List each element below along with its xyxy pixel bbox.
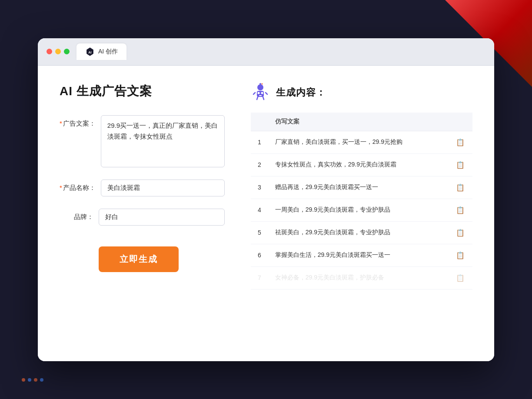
svg-point-5 <box>261 92 263 94</box>
result-header: 生成内容： <box>251 83 472 102</box>
ad-copy-required: * <box>60 120 62 127</box>
table-header-copy: 仿写文案 <box>268 113 448 131</box>
svg-line-11 <box>257 97 258 100</box>
row-number: 7 <box>251 266 268 289</box>
ad-copy-group: *广告文案： <box>60 115 225 167</box>
svg-line-9 <box>253 93 255 94</box>
brand-label: 品牌： <box>60 209 99 221</box>
minimize-button[interactable] <box>55 49 61 54</box>
row-text: 专抹女性斑点，真实功效，29.9元美白淡斑霜 <box>268 153 448 176</box>
table-header-row: 仿写文案 <box>251 113 472 131</box>
generate-button[interactable]: 立即生成 <box>99 246 179 272</box>
copy-button[interactable]: 📋 <box>455 250 466 260</box>
right-panel: 生成内容： 仿写文案 1厂家直销，美白淡斑霜，买一送一，29.9元抢购📋2专抹女… <box>251 83 472 339</box>
copy-button[interactable]: 📋 <box>455 183 466 193</box>
table-header-action <box>448 113 472 131</box>
tab-label: AI 创作 <box>98 48 118 56</box>
ai-tab-icon: AI <box>85 47 95 57</box>
left-panel: AI 生成广告文案 *广告文案： *产品名称： 品牌： 立 <box>60 83 225 339</box>
copy-cell: 📋 <box>448 131 472 153</box>
table-row: 1厂家直销，美白淡斑霜，买一送一，29.9元抢购📋 <box>251 131 472 153</box>
copy-cell: 📋 <box>448 199 472 221</box>
product-name-input[interactable] <box>101 180 225 196</box>
copy-cell: 📋 <box>448 153 472 176</box>
row-number: 5 <box>251 221 268 244</box>
table-header-num <box>251 113 268 131</box>
product-name-label: *产品名称： <box>60 180 101 192</box>
bg-dot-4 <box>40 378 43 382</box>
row-number: 3 <box>251 176 268 199</box>
row-text: 祛斑美白，29.9元美白淡斑霜，专业护肤品 <box>268 221 448 244</box>
svg-rect-6 <box>259 95 262 96</box>
copy-button[interactable]: 📋 <box>455 228 466 238</box>
table-row: 2专抹女性斑点，真实功效，29.9元美白淡斑霜📋 <box>251 153 472 176</box>
brand-input[interactable] <box>99 209 225 226</box>
table-row: 6掌握美白生活，29.9元美白淡斑霜买一送一📋 <box>251 244 472 266</box>
result-title: 生成内容： <box>276 86 326 99</box>
copy-button[interactable]: 📋 <box>455 137 466 147</box>
copy-cell: 📋 <box>448 176 472 199</box>
table-row: 5祛斑美白，29.9元美白淡斑霜，专业护肤品📋 <box>251 221 472 244</box>
row-text: 掌握美白生活，29.9元美白淡斑霜买一送一 <box>268 244 448 266</box>
browser-window: AI AI 创作 AI 生成广告文案 *广告文案： *产品名称： <box>38 38 494 361</box>
svg-point-8 <box>259 83 261 85</box>
row-number: 4 <box>251 199 268 221</box>
row-number: 1 <box>251 131 268 153</box>
row-text: 厂家直销，美白淡斑霜，买一送一，29.9元抢购 <box>268 131 448 153</box>
copy-cell: 📋 <box>448 221 472 244</box>
svg-text:AI: AI <box>88 50 91 54</box>
copy-cell: 📋 <box>448 266 472 289</box>
ad-copy-label: *广告文案： <box>60 115 101 128</box>
product-name-group: *产品名称： <box>60 180 225 196</box>
table-row: 4一周美白，29.9元美白淡斑霜，专业护肤品📋 <box>251 199 472 221</box>
bg-dot-2 <box>28 378 31 382</box>
bg-decoration-bottom-left <box>22 378 43 382</box>
result-table: 仿写文案 1厂家直销，美白淡斑霜，买一送一，29.9元抢购📋2专抹女性斑点，真实… <box>251 113 472 289</box>
row-text: 女神必备，29.9元美白淡斑霜，护肤必备 <box>268 266 448 289</box>
ad-copy-input[interactable] <box>101 115 225 167</box>
close-button[interactable] <box>47 49 52 54</box>
svg-line-10 <box>266 93 267 94</box>
main-content: AI 生成广告文案 *广告文案： *产品名称： 品牌： 立 <box>38 66 494 361</box>
maximize-button[interactable] <box>64 49 70 54</box>
browser-tab[interactable]: AI AI 创作 <box>76 43 126 60</box>
svg-point-4 <box>258 92 260 94</box>
table-row: 7女神必备，29.9元美白淡斑霜，护肤必备📋 <box>251 266 472 289</box>
copy-button[interactable]: 📋 <box>455 205 466 215</box>
svg-point-13 <box>262 83 263 84</box>
row-text: 一周美白，29.9元美白淡斑霜，专业护肤品 <box>268 199 448 221</box>
row-number: 6 <box>251 244 268 266</box>
bg-dot-3 <box>34 378 37 382</box>
product-name-required: * <box>60 184 62 191</box>
title-bar: AI AI 创作 <box>38 38 494 66</box>
copy-button[interactable]: 📋 <box>455 160 466 170</box>
table-row: 3赠品再送，29.9元美白淡斑霜买一送一📋 <box>251 176 472 199</box>
bg-dot-1 <box>22 378 25 382</box>
copy-cell: 📋 <box>448 244 472 266</box>
robot-icon <box>251 83 270 102</box>
row-number: 2 <box>251 153 268 176</box>
page-title: AI 生成广告文案 <box>60 83 225 100</box>
copy-button[interactable]: 📋 <box>455 273 466 283</box>
row-text: 赠品再送，29.9元美白淡斑霜买一送一 <box>268 176 448 199</box>
brand-group: 品牌： <box>60 209 225 226</box>
svg-line-12 <box>263 97 264 100</box>
window-controls <box>47 49 70 54</box>
result-scroll: 仿写文案 1厂家直销，美白淡斑霜，买一送一，29.9元抢购📋2专抹女性斑点，真实… <box>251 113 472 289</box>
